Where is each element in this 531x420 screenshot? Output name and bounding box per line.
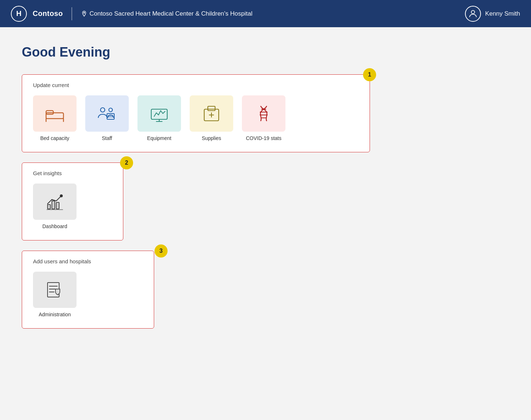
covid-stats-label: COVID-19 stats [246,135,281,141]
svg-point-7 [109,108,112,112]
bed-icon [44,103,66,124]
section-insights-label: Get insights [33,170,112,176]
logo-badge: H [11,6,27,22]
update-cards-row: Bed capacity [33,95,359,141]
logo-letter: H [16,9,21,18]
administration-icon-wrap [33,272,77,308]
dashboard-icon [44,191,66,213]
supplies-icon [201,103,222,124]
user-name: Kenny Smith [485,10,520,17]
staff-icon-wrap [85,95,129,132]
app-header: H Contoso Contoso Sacred Heart Medical C… [0,0,531,27]
administration-label: Administration [39,312,71,317]
badge-3: 3 [155,244,168,258]
covid-icon [253,103,275,124]
svg-rect-24 [56,202,59,209]
svg-rect-15 [208,106,215,111]
badge-2: 2 [120,156,133,169]
admin-cards-row: Administration [33,272,143,317]
main-content: Good Evening 1 Update current Bed capaci… [0,27,435,356]
card-bed-capacity[interactable]: Bed capacity [33,95,77,141]
card-administration[interactable]: Administration [33,272,77,317]
user-info: Kenny Smith [465,6,520,22]
equipment-icon-wrap [137,95,181,132]
card-staff[interactable]: Staff [85,95,129,141]
svg-point-0 [83,12,85,13]
badge-1: 1 [363,68,376,81]
equipment-label: Equipment [147,135,172,141]
section-add-users: 3 Add users and hospitals Administrati [22,251,154,329]
covid-icon-wrap [242,95,285,132]
greeting-text: Good Evening [22,45,413,60]
svg-rect-23 [52,201,55,209]
bed-capacity-label: Bed capacity [40,135,69,141]
card-covid-stats[interactable]: COVID-19 stats [242,95,285,141]
card-supplies[interactable]: Supplies [190,95,233,141]
supplies-label: Supplies [202,135,221,141]
svg-point-25 [60,195,62,197]
section-update-label: Update current [33,82,359,88]
svg-rect-2 [46,113,63,119]
location-text: Contoso Sacred Heart Medical Center & Ch… [90,10,252,17]
location-label: Contoso Sacred Heart Medical Center & Ch… [81,10,459,17]
header-divider [71,7,72,20]
avatar [465,6,481,22]
staff-icon [96,103,118,124]
equipment-icon [148,103,170,124]
brand-name: Contoso [33,9,63,18]
insights-cards-row: Dashboard [33,184,112,229]
card-dashboard[interactable]: Dashboard [33,184,77,229]
dashboard-icon-wrap [33,184,77,220]
svg-rect-22 [48,205,50,209]
svg-point-6 [100,108,105,112]
card-equipment[interactable]: Equipment [137,95,181,141]
user-icon [468,9,478,19]
section-admin-label: Add users and hospitals [33,258,143,264]
dashboard-label: Dashboard [42,223,67,229]
svg-point-1 [471,10,474,13]
supplies-icon-wrap [190,95,233,132]
section-get-insights: 2 Get insights Dashboard [22,162,123,240]
section-update-current: 1 Update current Bed capacity [22,74,370,152]
bed-capacity-icon-wrap [33,95,77,132]
location-pin-icon [81,11,87,17]
staff-label: Staff [102,135,112,141]
administration-icon [44,279,66,301]
